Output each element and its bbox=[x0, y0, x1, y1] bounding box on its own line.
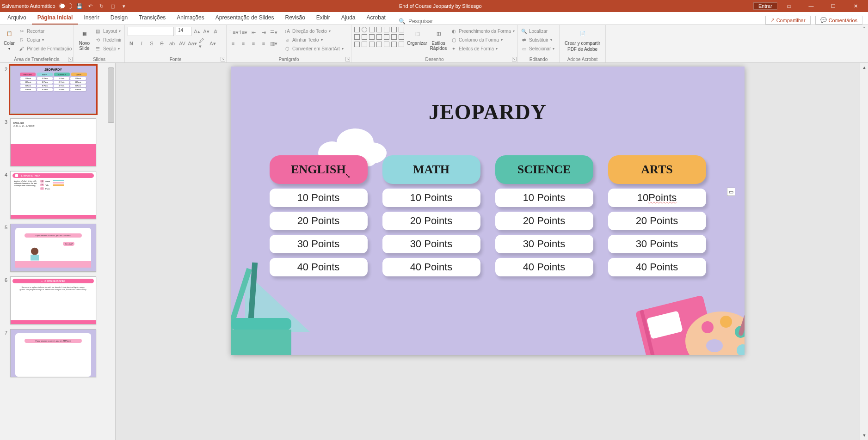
points-cell[interactable]: 20 Points bbox=[382, 212, 480, 230]
points-cell[interactable]: 20 Points bbox=[608, 212, 706, 230]
numbering-button[interactable]: 1≡▾ bbox=[240, 29, 247, 36]
autosave-toggle[interactable] bbox=[59, 3, 72, 9]
points-cell[interactable]: 40 Points bbox=[382, 258, 480, 276]
new-slide-button[interactable]: ▦ Novo Slide bbox=[77, 27, 92, 51]
section-button[interactable]: ☰Seção▾ bbox=[95, 44, 122, 53]
strike-button[interactable]: S bbox=[158, 40, 166, 47]
slide-canvas-area[interactable]: JEOPARDY ENGLISH10 Points20 Points30 Poi… bbox=[116, 63, 860, 440]
align-center-button[interactable]: ≡ bbox=[240, 40, 247, 47]
tab-exibir[interactable]: Exibir bbox=[311, 12, 336, 24]
slide-thumb-3[interactable]: 3ENGLISHA, B, C, D... English! bbox=[1, 118, 112, 166]
layout-button[interactable]: ▤Layout▾ bbox=[95, 27, 122, 35]
redo-icon[interactable]: ↻ bbox=[98, 2, 105, 10]
close-icon[interactable]: ✕ bbox=[845, 0, 866, 12]
clear-format-icon[interactable]: A̷ bbox=[212, 28, 219, 35]
text-direction-button[interactable]: ↕ADireção do Texto▾ bbox=[284, 27, 344, 35]
thumbnail[interactable]: If your answer is correct, you win 10 Po… bbox=[10, 224, 96, 272]
paragraph-launcher[interactable]: ↘ bbox=[345, 57, 350, 61]
tab-ajuda[interactable]: Ajuda bbox=[336, 12, 361, 24]
ribbon-display-icon[interactable]: ▭ bbox=[778, 0, 800, 12]
design-ideas-icon[interactable]: ▭ bbox=[727, 188, 735, 196]
points-cell[interactable]: 20 Points bbox=[270, 212, 368, 230]
justify-button[interactable]: ≡ bbox=[260, 40, 267, 47]
font-family-combo[interactable] bbox=[128, 27, 174, 36]
underline-button[interactable]: S bbox=[148, 40, 155, 47]
clipboard-launcher[interactable]: ↘ bbox=[68, 57, 73, 61]
tab-página-inicial[interactable]: Página Inicial bbox=[32, 12, 79, 24]
align-left-button[interactable]: ≡ bbox=[229, 40, 237, 47]
points-cell[interactable]: 30 Points bbox=[382, 235, 480, 253]
align-right-button[interactable]: ≡ bbox=[250, 40, 257, 47]
thumbnail-scrollbar[interactable] bbox=[108, 67, 114, 123]
thumbnail[interactable]: If your answer is correct, you win 20 Po… bbox=[10, 329, 96, 377]
highlight-button[interactable]: 🖍▾ bbox=[199, 40, 206, 47]
slide-canvas[interactable]: JEOPARDY ENGLISH10 Points20 Points30 Poi… bbox=[231, 67, 745, 355]
points-cell[interactable]: 30 Points bbox=[270, 235, 368, 253]
points-cell[interactable]: 10 Points bbox=[382, 189, 480, 207]
save-icon[interactable]: 💾 bbox=[76, 2, 83, 10]
scroll-down-icon[interactable]: ▼ bbox=[861, 432, 868, 439]
case-button[interactable]: Aa▾ bbox=[189, 40, 196, 47]
slide-thumb-6[interactable]: 6⌂ 2. WHERE IS SHE?She went to a place t… bbox=[1, 276, 112, 324]
smartart-button[interactable]: ⬡Converter em SmartArt▾ bbox=[284, 44, 344, 53]
thumbnail[interactable]: JEOPARDYENGLISHMATHSCIENCEARTS10 Points1… bbox=[10, 66, 96, 114]
replace-button[interactable]: ⇄Substituir▾ bbox=[521, 36, 554, 44]
outdent-button[interactable]: ⇤ bbox=[250, 29, 257, 36]
shape-effects-button[interactable]: ✦Efeitos de Forma▾ bbox=[450, 44, 515, 53]
align-text-button[interactable]: ⎚Alinhar Texto▾ bbox=[284, 36, 344, 44]
slideshow-icon[interactable]: ▢ bbox=[109, 2, 117, 10]
tab-design[interactable]: Design bbox=[105, 12, 133, 24]
qat-more-icon[interactable]: ▾ bbox=[120, 2, 128, 10]
shape-outline-button[interactable]: ▢Contorno da Forma▾ bbox=[450, 36, 515, 44]
cut-button[interactable]: ✂Recortar bbox=[18, 27, 72, 35]
drawing-launcher[interactable]: ↘ bbox=[512, 57, 517, 61]
tell-me-search[interactable]: 🔍 Pesquisar bbox=[399, 18, 433, 24]
undo-icon[interactable]: ↶ bbox=[87, 2, 94, 10]
slide-thumb-2[interactable]: 2JEOPARDYENGLISHMATHSCIENCEARTS10 Points… bbox=[1, 66, 112, 114]
thumbnail[interactable]: ⌂ 2. WHERE IS SHE?She went to a place to… bbox=[10, 276, 96, 324]
shape-gallery[interactable] bbox=[354, 27, 405, 48]
create-pdf-button[interactable]: 📄 Crear y compartir PDF de Adobe bbox=[562, 27, 603, 52]
increase-font-icon[interactable]: A▴ bbox=[193, 28, 201, 35]
tab-arquivo[interactable]: Arquivo bbox=[2, 12, 32, 24]
shadow-button[interactable]: ab bbox=[168, 40, 176, 47]
category-english[interactable]: ENGLISH bbox=[270, 155, 368, 184]
slide-thumb-5[interactable]: 5If your answer is correct, you win 10 P… bbox=[1, 224, 112, 272]
thumbnail[interactable]: 3. WHAT IS THIS?A piece of short fiction… bbox=[10, 171, 96, 219]
bold-button[interactable]: N bbox=[128, 40, 135, 47]
indent-button[interactable]: ⇥ bbox=[260, 29, 267, 36]
font-size-combo[interactable]: 14 bbox=[176, 27, 191, 36]
arrange-button[interactable]: ⬚Organizar bbox=[408, 27, 426, 46]
slide-title[interactable]: JEOPARDY bbox=[231, 67, 745, 124]
scroll-up-icon[interactable]: ▲ bbox=[861, 64, 868, 71]
bullets-button[interactable]: ⋮≡▾ bbox=[229, 29, 237, 36]
sign-in-button[interactable]: Entrar bbox=[753, 2, 777, 10]
columns-button[interactable]: ▥▾ bbox=[270, 40, 277, 47]
category-arts[interactable]: ARTS bbox=[608, 155, 706, 184]
line-spacing-button[interactable]: ☰▾ bbox=[270, 29, 277, 36]
reset-button[interactable]: ⟲Redefinir bbox=[95, 36, 122, 44]
font-color-button[interactable]: A▾ bbox=[209, 40, 216, 47]
slide-thumb-7[interactable]: 7If your answer is correct, you win 20 P… bbox=[1, 329, 112, 377]
shape-fill-button[interactable]: ◐Preenchimento da Forma▾ bbox=[450, 27, 515, 35]
tab-acrobat[interactable]: Acrobat bbox=[361, 12, 391, 24]
tab-transições[interactable]: Transições bbox=[133, 12, 171, 24]
paste-button[interactable]: 📋 Colar ▾ bbox=[3, 27, 16, 51]
copy-button[interactable]: ⎘Copiar▾ bbox=[18, 36, 72, 44]
decrease-font-icon[interactable]: A▾ bbox=[203, 28, 210, 35]
italic-button[interactable]: I bbox=[138, 40, 145, 47]
thumbnail[interactable]: ENGLISHA, B, C, D... English! bbox=[10, 118, 96, 166]
slide-thumb-4[interactable]: 43. WHAT IS THIS?A piece of short fictio… bbox=[1, 171, 112, 219]
select-button[interactable]: ▭Selecionar▾ bbox=[521, 44, 554, 53]
points-cell[interactable]: 30 Points bbox=[608, 235, 706, 253]
tab-revisão[interactable]: Revisão bbox=[279, 12, 310, 24]
maximize-icon[interactable]: ☐ bbox=[823, 0, 844, 12]
category-math[interactable]: MATH bbox=[382, 155, 480, 184]
points-cell[interactable]: 20 Points bbox=[495, 212, 593, 230]
share-button[interactable]: ↗Compartilhar bbox=[765, 16, 811, 24]
minimize-icon[interactable]: — bbox=[800, 0, 822, 12]
points-cell[interactable]: 30 Points bbox=[495, 235, 593, 253]
tab-apresentação-de-slides[interactable]: Apresentação de Slides bbox=[210, 12, 280, 24]
category-science[interactable]: SCIENCE bbox=[495, 155, 593, 184]
points-cell[interactable]: 10 Points bbox=[608, 189, 706, 207]
